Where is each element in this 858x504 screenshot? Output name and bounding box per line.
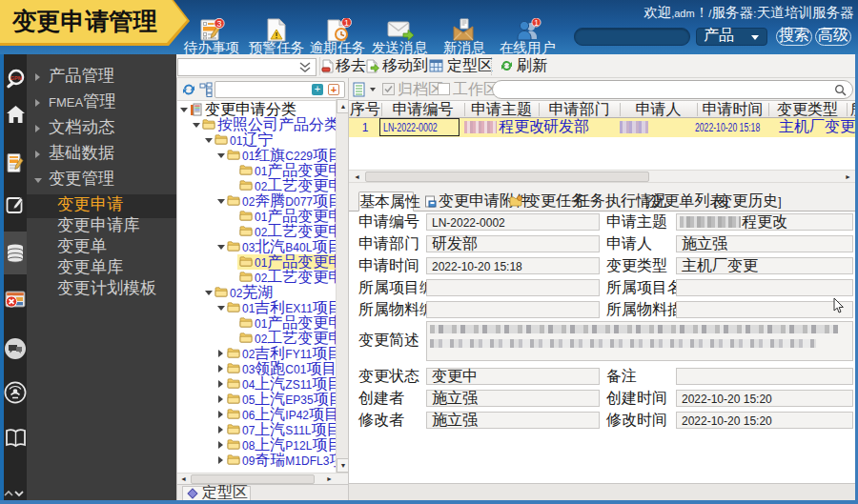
svg-text:1: 1 [534, 18, 539, 28]
svg-text:3: 3 [216, 19, 221, 29]
svg-text:GPM: GPM [10, 75, 23, 81]
svg-text:1: 1 [344, 18, 349, 28]
